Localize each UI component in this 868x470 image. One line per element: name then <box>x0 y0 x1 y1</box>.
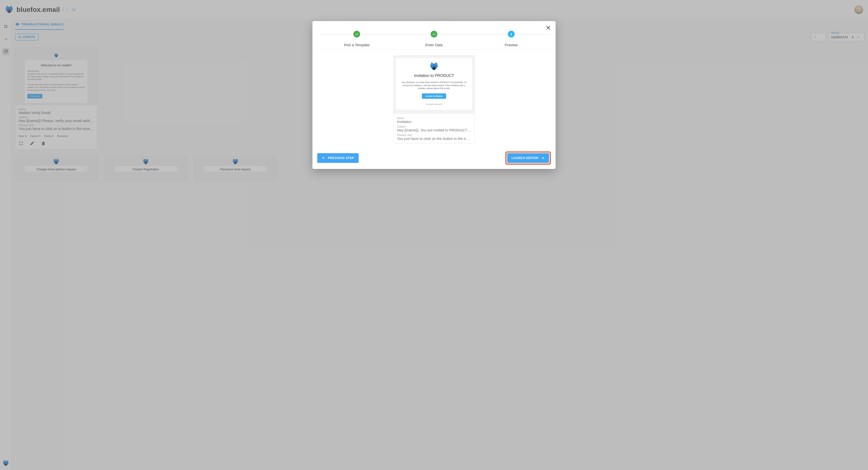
preview-cta-button: Accept Invitation <box>422 93 446 99</box>
step-label: Preview <box>505 43 518 47</box>
stepper: Pick a Template Enter Data 3 Preview <box>317 31 551 47</box>
meta-name: Invitation <box>397 120 471 125</box>
close-icon <box>546 25 551 30</box>
step-label: Enter Data <box>425 43 443 47</box>
step-enter-data[interactable]: Enter Data <box>396 31 473 47</box>
preview-card: Invitation to PRODUCT Hey {{name}}, you … <box>393 56 475 143</box>
arrow-left-icon <box>321 156 326 160</box>
modal-actions: PREVIOUS STEP LAUNCH EDITOR <box>317 152 551 165</box>
step-pick-template[interactable]: Pick a Template <box>318 31 396 47</box>
previous-step-label: PREVIOUS STEP <box>328 156 354 160</box>
step-complete-icon <box>353 31 360 37</box>
launch-editor-highlight: LAUNCH EDITOR <box>505 152 551 165</box>
meta-preview-text: You just have to click on the button in … <box>397 136 471 142</box>
preview-body: Hey {{name}}, you have been invited to P… <box>401 81 467 90</box>
create-email-modal: Pick a Template Enter Data 3 Preview Inv… <box>312 21 556 169</box>
preview-meta: Name Invitation Subject Hey {{name}}, Yo… <box>394 113 474 143</box>
launch-editor-button[interactable]: LAUNCH EDITOR <box>507 153 549 163</box>
step-label: Pick a Template <box>344 43 370 47</box>
previous-step-button[interactable]: PREVIOUS STEP <box>317 153 359 163</box>
fox-logo-icon <box>429 62 439 71</box>
preview-footer: All rights reserved. <box>401 103 467 105</box>
step-preview[interactable]: 3 Preview <box>472 31 550 47</box>
step-number-badge: 3 <box>508 31 515 37</box>
launch-editor-label: LAUNCH EDITOR <box>512 156 538 160</box>
preview-title: Invitation to PRODUCT <box>401 74 467 78</box>
meta-subject: Hey {{name}}, You are invited to PRODUCT… <box>397 128 471 134</box>
arrow-right-icon <box>541 156 545 160</box>
close-button[interactable] <box>546 25 551 30</box>
step-complete-icon <box>431 31 437 37</box>
email-preview: Invitation to PRODUCT Hey {{name}}, you … <box>394 56 474 113</box>
